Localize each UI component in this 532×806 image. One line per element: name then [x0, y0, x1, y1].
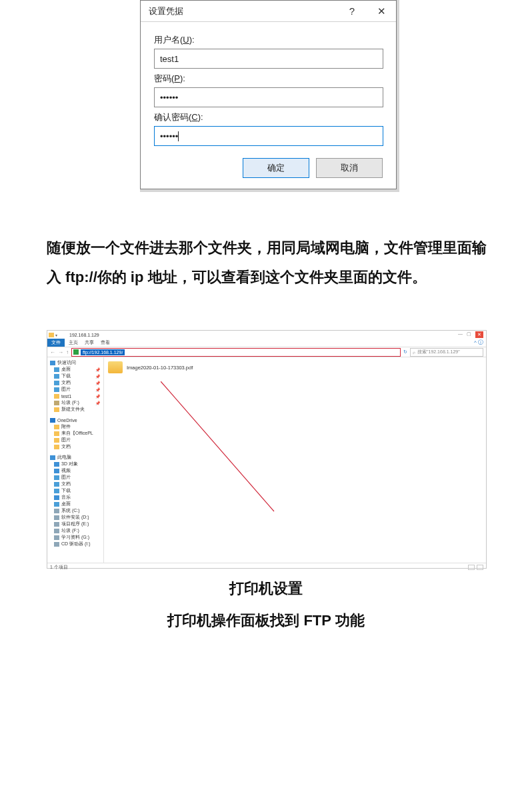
sidebar-from-office[interactable]: 来自【OfficePL: [49, 430, 102, 437]
explorer-ribbon: 文件 主页 共享 查看 ^ ⓘ: [47, 339, 486, 347]
view-icons-icon[interactable]: [477, 565, 483, 570]
sidebar-quick-access[interactable]: 快速访问: [49, 359, 102, 366]
search-icon: ⌕: [413, 350, 415, 355]
annotation-arrow: [161, 381, 294, 515]
sidebar-3d-objects[interactable]: 3D 对象: [49, 461, 102, 467]
sidebar-onedrive[interactable]: OneDrive: [49, 417, 102, 423]
instruction-line: 随便放一个文件进去那个文件夹，用同局域网电脑，文件管理里面输入 ftp://你的…: [47, 233, 487, 292]
ribbon-tab-view[interactable]: 查看: [101, 339, 110, 346]
drive-icon: [54, 535, 59, 540]
explorer-statusbar: 1 个项目: [47, 563, 486, 571]
search-input[interactable]: ⌕ 搜索"192.168.1.129": [410, 348, 483, 357]
help-button[interactable]: ?: [337, 1, 367, 21]
status-text: 1 个项目: [50, 564, 68, 571]
sidebar-drive-e[interactable]: 项目程序 (E:): [49, 521, 102, 527]
file-icon: [108, 361, 123, 373]
sidebar-attachments[interactable]: 附件: [49, 423, 102, 430]
address-bar[interactable]: ftp://192.168.1.129/: [71, 348, 401, 357]
ribbon-tab-home[interactable]: 主页: [69, 339, 78, 346]
ok-button[interactable]: 确定: [243, 158, 309, 178]
forward-icon[interactable]: →: [58, 349, 63, 355]
confirm-password-input[interactable]: ••••••: [154, 126, 383, 146]
sidebar-documents3[interactable]: 文档: [49, 481, 102, 487]
close-icon[interactable]: ✕: [475, 331, 483, 338]
password-value: ••••••: [160, 93, 178, 103]
refresh-icon[interactable]: ↻: [403, 349, 407, 355]
sidebar-desktop2[interactable]: 桌面: [49, 501, 102, 507]
document-icon: [54, 381, 59, 385]
onedrive-icon: [50, 418, 55, 423]
cube-icon: [54, 462, 59, 467]
explorer-titlebar: ▾ 192.168.1.129 — ▢ ✕: [47, 331, 486, 339]
folder-icon: [54, 445, 59, 449]
printer-section: 打印机设置 打印机操作面板找到 FTP 功能: [0, 579, 532, 631]
picture-icon: [54, 387, 59, 392]
sidebar-this-pc[interactable]: 此电脑: [49, 454, 102, 461]
desktop-icon: [54, 502, 59, 507]
ribbon-tabs: 主页 共享 查看: [65, 339, 110, 347]
sidebar-downloads[interactable]: 下载📌: [49, 373, 102, 379]
titlebar-buttons: ? ✕: [337, 1, 396, 21]
drive-icon: [54, 522, 59, 527]
video-icon: [54, 469, 59, 473]
download-icon: [54, 374, 59, 379]
sidebar-drive-d[interactable]: 软件安装 (D:): [49, 514, 102, 521]
down-icon: ▾: [55, 333, 57, 337]
sidebar-drive-c[interactable]: 系统 (C:): [49, 507, 102, 514]
sidebar-pictures3[interactable]: 图片: [49, 474, 102, 481]
dialog-container: 设置凭据 ? ✕ 用户名(U): test1 密码(P): •••••• 确认密…: [140, 0, 399, 192]
username-label: 用户名(U):: [154, 34, 383, 46]
sidebar-drive-f[interactable]: 垃圾 (F:): [49, 527, 102, 534]
folder-icon: [54, 438, 59, 443]
sidebar-trash[interactable]: 垃圾 (F:)📌: [49, 399, 102, 406]
drive-icon: [54, 529, 59, 533]
pin-icon: 📌: [95, 367, 102, 372]
confirm-password-value: ••••••: [160, 131, 178, 141]
dialog-titlebar: 设置凭据 ? ✕: [141, 1, 396, 22]
sidebar-pictures2[interactable]: 图片: [49, 437, 102, 443]
cancel-button[interactable]: 取消: [316, 158, 383, 178]
sidebar-cd-drive[interactable]: CD 驱动器 (I:): [49, 541, 102, 547]
sidebar-videos[interactable]: 视频: [49, 467, 102, 474]
printer-subtitle: 打印机操作面板找到 FTP 功能: [0, 611, 532, 631]
ribbon-tab-file[interactable]: 文件: [47, 339, 65, 347]
download-icon: [54, 489, 59, 493]
sidebar-documents[interactable]: 文档📌: [49, 379, 102, 386]
ribbon-tab-share[interactable]: 共享: [85, 339, 94, 346]
nav-arrows: ← → ↑: [50, 349, 69, 355]
address-row: ← → ↑ ftp://192.168.1.129/ ↻ ⌕ 搜索"192.16…: [47, 347, 486, 357]
drive-icon: [54, 509, 59, 513]
sidebar-new-folder[interactable]: 新建文件夹: [49, 406, 102, 413]
sidebar-downloads2[interactable]: 下载: [49, 487, 102, 494]
music-icon: [54, 495, 59, 500]
credentials-dialog: 设置凭据 ? ✕ 用户名(U): test1 密码(P): •••••• 确认密…: [140, 0, 397, 189]
minimize-icon[interactable]: —: [458, 331, 463, 338]
sidebar-pictures[interactable]: 图片📌: [49, 386, 102, 393]
file-item[interactable]: Image2020-01-10-173303.pdf: [108, 361, 482, 373]
sidebar-desktop[interactable]: 桌面📌: [49, 366, 102, 373]
maximize-icon[interactable]: ▢: [467, 331, 471, 338]
folder-icon: [54, 407, 59, 412]
username-input[interactable]: test1: [154, 49, 383, 69]
sidebar-music[interactable]: 音乐: [49, 494, 102, 501]
drive-icon: [54, 515, 59, 520]
explorer-sidebar: 快速访问 桌面📌 下载📌 文档📌 图片📌 test1📌 垃圾 (F:)📌 新建文…: [47, 357, 104, 563]
view-details-icon[interactable]: [468, 565, 475, 570]
password-input[interactable]: ••••••: [154, 87, 383, 107]
username-value: test1: [160, 54, 179, 64]
close-button[interactable]: ✕: [367, 1, 396, 21]
folder-icon: [54, 431, 59, 436]
view-mode-buttons: [468, 565, 483, 570]
sidebar-test1[interactable]: test1📌: [49, 393, 102, 399]
globe-icon: [73, 349, 79, 355]
dialog-title: 设置凭据: [149, 5, 183, 17]
pc-icon: [50, 455, 55, 460]
drive-icon: [54, 401, 59, 405]
ribbon-help-icon[interactable]: ^ ⓘ: [474, 339, 486, 347]
sidebar-drive-g[interactable]: 学习资料 (G:): [49, 534, 102, 541]
address-text: ftp://192.168.1.129/: [81, 349, 125, 355]
sidebar-documents2[interactable]: 文档: [49, 443, 102, 450]
pin-icon: 📌: [95, 374, 102, 379]
up-icon[interactable]: ↑: [66, 349, 69, 355]
back-icon[interactable]: ←: [50, 349, 55, 355]
